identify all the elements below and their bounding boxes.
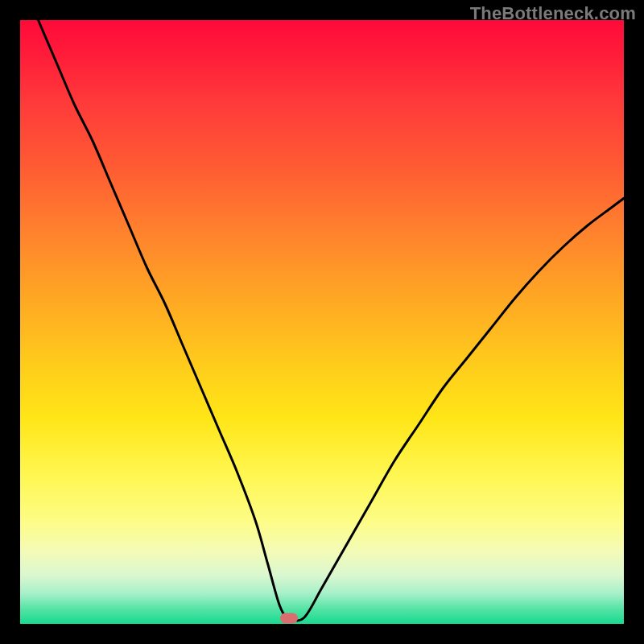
optimal-point-marker (280, 613, 298, 623)
bottleneck-curve (20, 20, 624, 624)
plot-area (20, 20, 624, 624)
chart-frame: TheBottleneck.com (0, 0, 644, 644)
